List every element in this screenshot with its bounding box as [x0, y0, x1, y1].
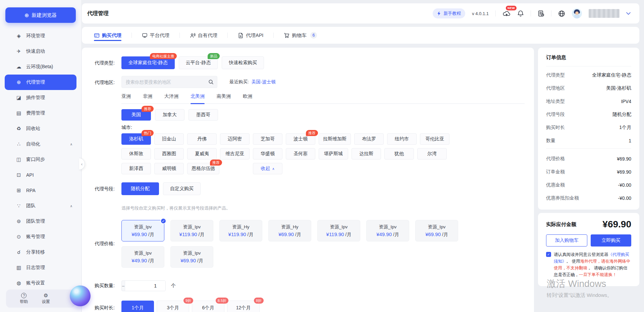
proxy-api-icon: [238, 33, 244, 38]
city-button[interactable]: 堪萨斯城: [319, 148, 348, 160]
sidebar-item[interactable]: ⊡ API: [5, 167, 76, 183]
product-card[interactable]: 资源_Ipv ¥49.90 /月: [366, 220, 409, 241]
assistant-sphere-graphic[interactable]: [70, 285, 91, 306]
tutorial-button[interactable]: 新手教程: [433, 8, 465, 18]
product-card[interactable]: 资源_Hy ¥69.90 /月: [268, 220, 311, 241]
city-button[interactable]: 维吉尼亚: [220, 148, 250, 160]
city-option: 尔湾: [417, 148, 447, 160]
proxy-type-option: 快速检索购买: [222, 56, 264, 69]
city-button[interactable]: 拉斯维加斯: [319, 133, 351, 145]
tab-buy-proxy[interactable]: 购买代理: [94, 27, 121, 44]
continent-tab[interactable]: 非洲: [143, 93, 152, 99]
minus-button[interactable]: −: [122, 281, 125, 291]
settings-button[interactable]: ⚙ 设置: [42, 293, 50, 305]
continent-tab[interactable]: 北美洲: [191, 93, 205, 99]
city-button[interactable]: 新泽西: [121, 163, 151, 174]
sidebar-item-icon: ⊡: [15, 172, 22, 178]
watermark-line2: 转到“设置”以激活 Windows。: [547, 292, 612, 299]
proxy-type-button[interactable]: 快速检索购买: [222, 56, 264, 69]
proxy-region-block: 最近购买: 美国-波士顿 亚洲非洲大洋洲北美洲南美洲欧洲 推荐 美国 加拿大: [121, 76, 525, 174]
city-button[interactable]: 犹他: [384, 148, 414, 160]
segment-button[interactable]: 自定义购买: [163, 182, 201, 195]
product-card[interactable]: ✓ 资源_Ipv ¥69.90 /月: [121, 220, 164, 241]
city-button[interactable]: 达拉斯: [352, 148, 381, 160]
tab-platform-proxy[interactable]: 平台代理: [142, 27, 169, 44]
amount-rows: 代理价格 ¥69.90 订单金额 ¥69.90 优惠金额 -¥0.00 优惠券抵…: [546, 150, 631, 205]
city-button[interactable]: 芝加哥: [253, 133, 282, 145]
product-card[interactable]: 资源_Ipv ¥119.90 /月: [317, 220, 360, 241]
product-card[interactable]: 资源_Ipv ¥49.90 /月: [121, 246, 164, 268]
sidebar-item[interactable]: ▤ 费用管理: [5, 105, 76, 121]
city-button[interactable]: 夏威夷: [187, 148, 217, 160]
tab-cart[interactable]: 购物车 6: [284, 27, 317, 44]
notifications-button[interactable]: [517, 10, 524, 17]
city-button[interactable]: 丹佛: [187, 133, 217, 145]
continent-tab[interactable]: 亚洲: [121, 93, 131, 99]
help-button[interactable]: ? 帮助: [20, 293, 28, 305]
sidebar-item[interactable]: ✈ 快速启动: [5, 44, 76, 59]
segment-note: 选择号段自定义购买时，将仅展示支持号段选择的产品。: [121, 205, 525, 211]
city-button[interactable]: 旧金山: [154, 133, 184, 145]
sidebar-item[interactable]: ⊚ 团队管理: [5, 214, 76, 229]
country-button[interactable]: 墨西哥: [189, 109, 218, 121]
sidebar-item[interactable]: ∵ 团队 ∧: [5, 198, 76, 214]
sidebar-item[interactable]: ☁ 云环境(Beta): [5, 59, 76, 75]
new-badge: NEW: [506, 6, 517, 10]
quantity-input[interactable]: [125, 281, 166, 291]
product-name: 资源_Ipv: [330, 224, 348, 230]
sidebar-item[interactable]: ⊕ 代理管理: [5, 75, 76, 90]
city-button[interactable]: 休斯敦: [121, 148, 151, 160]
sidebar-item[interactable]: ⊞ RPA: [5, 183, 76, 198]
collapse-cities-button[interactable]: 收起 ∧: [253, 163, 282, 174]
new-browser-button[interactable]: ⊕ 新建浏览器: [5, 7, 76, 23]
product-card[interactable]: 资源_Ipv ¥119.90 /月: [170, 220, 213, 241]
region-search-input[interactable]: [126, 80, 208, 85]
tab-proxy-api[interactable]: 代理API: [238, 27, 263, 44]
city-button[interactable]: 西雅图: [154, 148, 184, 160]
sidebar-item-label: 费用管理: [26, 110, 45, 116]
logs-button[interactable]: [538, 10, 544, 17]
sidebar: ⊕ 新建浏览器 ◈ 环境管理 ✈ 快速启动 ☁ 云环境(Beta): [0, 0, 81, 312]
add-to-cart-button[interactable]: 加入购物车: [546, 234, 587, 247]
sidebar-item[interactable]: ◍ 账号设置: [5, 275, 76, 291]
city-button[interactable]: 迈阿密: [220, 133, 250, 145]
duration-button[interactable]: 1个月: [121, 301, 154, 312]
agreement-checkbox[interactable]: ✓: [546, 252, 551, 257]
city-button[interactable]: 哥伦比亚: [420, 133, 449, 145]
city-button[interactable]: 圣何塞: [286, 148, 315, 160]
sidebar-item-label: 账号管理: [26, 234, 45, 240]
segment-button[interactable]: 随机分配: [121, 182, 159, 195]
account-menu-button[interactable]: [626, 12, 631, 15]
city-button[interactable]: 威明顿: [154, 163, 184, 174]
cloud-sync-button[interactable]: NEW: [502, 10, 511, 17]
continent-tab[interactable]: 欧洲: [243, 93, 252, 99]
sidebar-item[interactable]: ⊙ 账号管理: [5, 229, 76, 244]
city-button[interactable]: 尔湾: [417, 148, 447, 160]
city-button[interactable]: 纽约市: [387, 133, 417, 145]
buy-now-button[interactable]: 立即购买: [591, 234, 631, 247]
sidebar-item[interactable]: ▥ 日志管理: [5, 260, 76, 275]
sidebar-item[interactable]: ☌ 分享转移: [5, 244, 76, 260]
sidebar-item[interactable]: ◈ 环境管理: [5, 28, 76, 44]
sidebar-item-icon: ∵: [15, 203, 22, 209]
country-button[interactable]: 加拿大: [155, 109, 184, 121]
city-button[interactable]: 华盛顿: [253, 148, 282, 160]
tab-own-proxy[interactable]: 自有代理: [190, 27, 217, 44]
sidebar-item-icon: ◍: [15, 280, 22, 286]
recent-purchase-link[interactable]: 美国-波士顿: [252, 79, 276, 85]
sidebar-item[interactable]: ∴ 自动化 ∧: [5, 136, 76, 152]
search-icon[interactable]: [208, 79, 214, 85]
city-button[interactable]: 布法罗: [354, 133, 384, 145]
continent-tab[interactable]: 南美洲: [217, 93, 231, 99]
sidebar-item[interactable]: ◫ 窗口同步: [5, 152, 76, 167]
product-card[interactable]: 资源_Hy ¥119.90 /月: [219, 220, 262, 241]
sidebar-item-icon: ✈: [15, 48, 22, 54]
language-button[interactable]: [558, 10, 565, 17]
sidebar-item[interactable]: ♻ 回收站: [5, 121, 76, 136]
sidebar-item[interactable]: ◪ 插件管理: [5, 90, 76, 105]
continent-tab[interactable]: 大洋洲: [164, 93, 178, 99]
product-card[interactable]: 资源_Ipv ¥69.90 /月: [415, 220, 458, 241]
product-card[interactable]: 资源_Ipv ¥69.90 /月: [170, 246, 213, 268]
avatar[interactable]: [572, 8, 582, 18]
sidebar-item-label: 窗口同步: [26, 157, 45, 163]
